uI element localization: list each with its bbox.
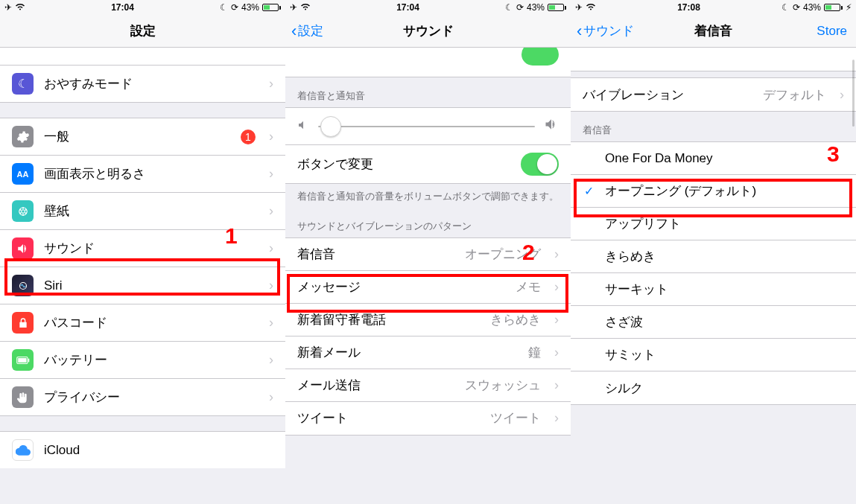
wifi-icon xyxy=(15,2,25,13)
battery-icon xyxy=(12,349,34,371)
chevron-right-icon: › xyxy=(554,410,559,426)
row-value: オープニング xyxy=(465,246,541,263)
chevron-right-icon: › xyxy=(269,315,273,331)
screen-sound: ✈︎ 17:04 ☾ ⟳ 43% ‹ 設定 サウンド 着信音と通知音 xyxy=(285,0,571,504)
row-newmail[interactable]: 新着メール 鐘 › xyxy=(285,336,571,369)
volume-slider[interactable] xyxy=(318,126,535,127)
back-button[interactable]: ‹ サウンド xyxy=(577,22,634,39)
toggle-switch[interactable] xyxy=(521,153,559,176)
row-display[interactable]: AA 画面表示と明るさ › xyxy=(0,156,285,193)
svg-point-7 xyxy=(19,208,21,210)
svg-point-4 xyxy=(25,212,26,214)
wifi-icon xyxy=(586,2,596,13)
row-do-not-disturb[interactable]: ☾ おやすみモード › xyxy=(0,66,285,102)
status-bar: ✈︎ 17:04 ☾ ⟳ 43% xyxy=(285,0,571,15)
svg-rect-10 xyxy=(28,358,29,362)
row-label: 一般 xyxy=(44,128,230,145)
row-label: ボタンで変更 xyxy=(297,156,510,173)
battery-icon xyxy=(262,4,281,11)
row-voicemail[interactable]: 新着留守番電話 きらめき › xyxy=(285,304,571,336)
tone-row[interactable]: サミット xyxy=(571,339,856,371)
row-siri[interactable]: Siri › xyxy=(0,267,285,304)
screen-ringtone: ✈︎ 17:08 ☾ ⟳ 43% ⚡︎ ‹ サウンド 着信音 Store バイ xyxy=(571,0,856,504)
status-time: 17:04 xyxy=(396,2,419,13)
svg-point-1 xyxy=(21,209,25,213)
chevron-left-icon: ‹ xyxy=(577,23,582,39)
ringtone-list[interactable]: バイブレーション デフォルト › 着信音 One For Da Money✓オー… xyxy=(571,48,856,504)
chevron-right-icon: › xyxy=(269,389,273,405)
back-label: 設定 xyxy=(298,22,323,39)
svg-point-2 xyxy=(22,207,23,208)
row-value: デフォルト xyxy=(763,86,826,103)
speaker-high-icon xyxy=(544,117,559,135)
row-label: ツイート xyxy=(297,409,480,427)
row-ringtone[interactable]: 着信音 オープニング › xyxy=(285,238,571,271)
row-label: 画面表示と明るさ xyxy=(44,165,256,182)
chevron-right-icon: › xyxy=(269,203,273,219)
row-value: スウォッシュ xyxy=(465,377,541,394)
slider-thumb[interactable] xyxy=(320,116,341,137)
notification-badge: 1 xyxy=(241,130,256,144)
row-label: パスコード xyxy=(44,314,256,331)
row-sentmail[interactable]: メール送信 スウォッシュ › xyxy=(285,369,571,402)
row-value: メモ xyxy=(516,278,541,296)
row-tweet[interactable]: ツイート ツイート › xyxy=(285,402,571,435)
row-label: バッテリー xyxy=(44,351,256,369)
status-time: 17:08 xyxy=(677,2,700,13)
scrollbar[interactable] xyxy=(852,60,855,127)
row-label: プライバシー xyxy=(44,389,256,406)
chevron-right-icon: › xyxy=(269,240,273,256)
tone-row[interactable]: さざ波 xyxy=(571,306,856,339)
chevron-right-icon: › xyxy=(269,352,273,368)
status-time: 17:04 xyxy=(111,2,134,13)
group-footer: 着信音と通知音の音量をボリュームボタンで調節できます。 xyxy=(285,184,571,208)
tone-label: きらめき xyxy=(605,248,844,265)
settings-list[interactable]: ☾ おやすみモード › 一般 1 › AA 画面表示と明るさ › xyxy=(0,48,285,504)
back-label: サウンド xyxy=(583,22,634,39)
row-general[interactable]: 一般 1 › xyxy=(0,118,285,156)
tone-label: サーキット xyxy=(605,281,844,298)
tone-row[interactable]: アップリフト xyxy=(571,208,856,240)
row-passcode[interactable]: パスコード › xyxy=(0,304,285,342)
tone-label: オープニング (デフォルト) xyxy=(605,182,844,200)
lock-rotation-icon: ⟳ xyxy=(516,2,524,13)
back-button[interactable]: ‹ 設定 xyxy=(291,22,323,39)
airplane-icon: ✈︎ xyxy=(290,2,297,13)
row-privacy[interactable]: プライバシー › xyxy=(0,379,285,415)
row-label: iCloud xyxy=(44,443,273,458)
svg-rect-11 xyxy=(18,358,26,363)
nav-bar: 設定 xyxy=(0,15,285,48)
tone-row[interactable]: One For Da Money xyxy=(571,142,856,175)
row-vibration[interactable]: バイブレーション デフォルト › xyxy=(571,78,856,111)
row-label: Siri xyxy=(44,278,256,293)
row-label: メッセージ xyxy=(297,278,505,296)
battery-percent: 43% xyxy=(241,2,259,13)
row-change-with-buttons[interactable]: ボタンで変更 xyxy=(285,145,571,183)
store-button[interactable]: Store xyxy=(817,24,847,39)
chevron-left-icon: ‹ xyxy=(291,23,297,39)
tone-row[interactable]: シルク xyxy=(571,371,856,404)
row-label: 着信音 xyxy=(297,246,454,263)
tone-label: アップリフト xyxy=(605,215,844,232)
tone-row[interactable]: サーキット xyxy=(571,273,856,306)
tone-row[interactable]: きらめき xyxy=(571,240,856,273)
battery-icon xyxy=(824,4,843,11)
row-label: 新着留守番電話 xyxy=(297,311,480,328)
charging-icon: ⚡︎ xyxy=(846,2,852,13)
row-message[interactable]: メッセージ メモ › xyxy=(285,271,571,304)
group-header: 着信音と通知音 xyxy=(285,77,571,107)
moon-icon: ☾ xyxy=(782,2,790,13)
chevron-right-icon: › xyxy=(269,76,273,92)
siri-icon xyxy=(12,275,34,296)
row-wallpaper[interactable]: 壁紙 › xyxy=(0,193,285,230)
status-bar: ✈︎ 17:08 ☾ ⟳ 43% ⚡︎ xyxy=(571,0,856,15)
volume-slider-row[interactable] xyxy=(285,108,571,145)
tone-row[interactable]: ✓オープニング (デフォルト) xyxy=(571,175,856,208)
moon-icon: ☾ xyxy=(12,73,34,95)
nav-title: サウンド xyxy=(403,22,454,39)
nav-bar: ‹ 設定 サウンド xyxy=(285,15,571,48)
row-sound[interactable]: サウンド › xyxy=(0,230,285,267)
row-battery[interactable]: バッテリー › xyxy=(0,342,285,379)
row-icloud[interactable]: iCloud xyxy=(0,432,285,468)
sound-list[interactable]: 着信音と通知音 ボタンで変更 着信音と通知音の音量をボリュームボタンで調節できま… xyxy=(285,48,571,504)
